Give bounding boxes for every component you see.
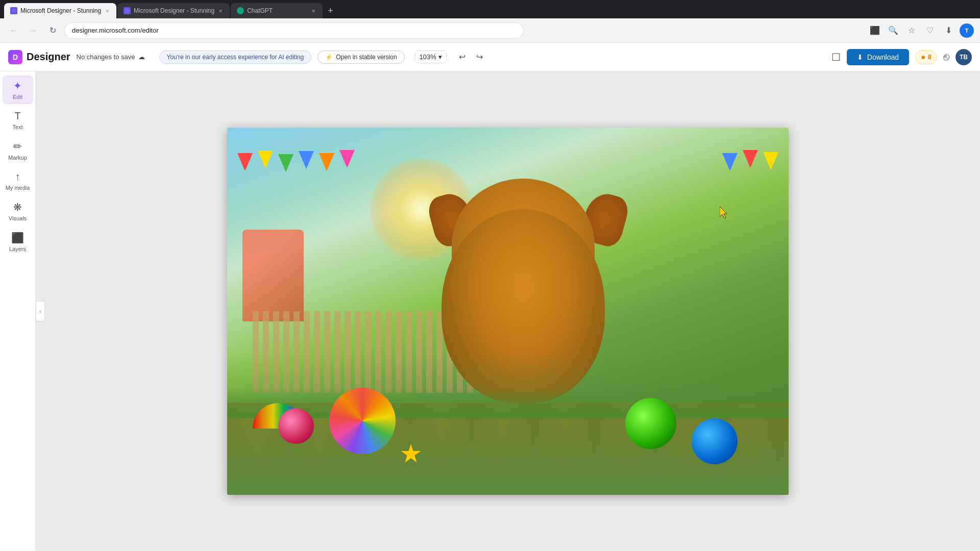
open-stable-button[interactable]: ⚡ Open in stable version — [317, 51, 404, 64]
redo-button[interactable]: ↪ — [472, 49, 487, 65]
toys-area — [227, 352, 789, 495]
sidebar-label-text: Text — [12, 124, 22, 130]
tab-title-1: Microsoft Designer - Stunning — [20, 7, 101, 14]
sidebar-label-my-media: My media — [6, 185, 30, 191]
tab-favicon-1 — [10, 7, 17, 14]
undo-button[interactable]: ↩ — [455, 49, 470, 65]
sidebar-item-edit[interactable]: ✦ Edit — [3, 76, 33, 104]
open-stable-icon: ⚡ — [325, 54, 333, 61]
bunting-right — [687, 148, 789, 179]
open-stable-label: Open in stable version — [336, 54, 397, 61]
extensions-icon[interactable]: ⬛ — [868, 23, 882, 38]
undo-redo-controls: ↩ ↪ — [455, 49, 487, 65]
early-access-text: You're in our early access experience fo… — [167, 54, 304, 61]
new-tab-button[interactable]: + — [324, 4, 337, 18]
flag-r2 — [743, 150, 758, 168]
share-icon[interactable]: ⎋ — [943, 51, 949, 63]
browser-download-icon[interactable]: ⬇ — [941, 23, 955, 38]
download-button[interactable]: ⬇ Download — [847, 49, 909, 65]
flag-r3 — [722, 153, 738, 171]
user-avatar[interactable]: TB — [955, 49, 972, 65]
nav-back-button[interactable]: ← — [6, 23, 21, 38]
canvas-image — [227, 128, 789, 495]
blue-ball-toy — [692, 418, 738, 464]
flag-r1 — [763, 152, 778, 170]
sidebar-item-visuals[interactable]: ❋ Visuals — [3, 197, 33, 226]
nav-forward-button[interactable]: → — [26, 23, 41, 38]
logo-initial: D — [13, 53, 18, 61]
flag-3 — [278, 154, 293, 172]
device-preview-icon[interactable]: ☐ — [831, 51, 841, 63]
flag-4 — [299, 151, 314, 169]
bunting-left — [227, 148, 380, 179]
pink-ball-toy — [278, 408, 314, 444]
tab-favicon-2 — [124, 7, 131, 14]
header-right: ☐ ⬇ Download ● 8 ⎋ TB — [831, 49, 972, 65]
flag-2 — [258, 151, 273, 168]
app-header: D Designer No changes to save ☁ You're i… — [0, 43, 980, 71]
designer-logo-icon: D — [8, 50, 22, 64]
tab-bar: Microsoft Designer - Stunning ✕ Microsof… — [4, 0, 337, 18]
pinwheel-toy — [329, 388, 396, 454]
tab-2[interactable]: Microsoft Designer - Stunning ✕ — [117, 3, 230, 18]
sidebar-label-layers: Layers — [9, 246, 26, 252]
designer-logo: D Designer — [8, 50, 70, 64]
browser-profile-avatar[interactable]: T — [960, 23, 974, 38]
coin-badge: ● 8 — [915, 50, 937, 64]
nav-refresh-button[interactable]: ↻ — [45, 23, 60, 38]
visuals-icon: ❋ — [13, 201, 22, 213]
early-access-banner: You're in our early access experience fo… — [159, 51, 312, 64]
sidebar-label-edit: Edit — [13, 94, 22, 100]
sidebar-item-text[interactable]: T Text — [3, 106, 33, 134]
address-text: designer.microsoft.com/editor — [72, 27, 159, 34]
save-text: No changes to save — [77, 53, 135, 61]
search-browser-icon[interactable]: 🔍 — [886, 23, 900, 38]
save-status: No changes to save ☁ — [77, 53, 145, 61]
edit-icon: ✦ — [13, 80, 22, 92]
bookmark-icon[interactable]: ☆ — [904, 23, 919, 38]
flag-1 — [237, 153, 253, 171]
tab-1[interactable]: Microsoft Designer - Stunning ✕ — [4, 3, 116, 18]
browser-icons: ⬛ 🔍 ☆ ♡ ⬇ T — [868, 23, 974, 38]
coin-count: 8 — [928, 53, 932, 61]
collapse-icon: ‹ — [39, 309, 41, 314]
sidebar-item-my-media[interactable]: ↑ My media — [3, 167, 33, 195]
sidebar-item-markup[interactable]: ✏ Markup — [3, 136, 33, 165]
star-toy — [401, 444, 421, 464]
text-icon: T — [14, 110, 20, 122]
markup-icon: ✏ — [13, 140, 22, 153]
canvas-collapse-button[interactable]: ‹ — [36, 301, 45, 321]
tab-3[interactable]: ChatGPT ✕ — [231, 3, 323, 18]
main-content: ✦ Edit T Text ✏ Markup ↑ My media ❋ Visu… — [0, 71, 980, 551]
favorites-icon[interactable]: ♡ — [923, 23, 937, 38]
tab-close-1[interactable]: ✕ — [104, 7, 110, 15]
address-bar-row: ← → ↻ designer.microsoft.com/editor ⬛ 🔍 … — [0, 18, 980, 43]
user-initials: TB — [960, 54, 968, 61]
browser-chrome: Microsoft Designer - Stunning ✕ Microsof… — [0, 0, 980, 18]
mouse-cursor — [720, 207, 730, 219]
tab-title-3: ChatGPT — [247, 7, 307, 14]
slide-background — [242, 230, 304, 321]
sidebar-label-markup: Markup — [8, 155, 27, 161]
tab-title-2: Microsoft Designer - Stunning — [134, 7, 214, 14]
save-cloud-icon: ☁ — [138, 53, 145, 61]
zoom-dropdown-icon: ▾ — [438, 53, 442, 61]
download-btn-icon: ⬇ — [857, 53, 863, 61]
flag-6 — [339, 150, 355, 168]
flag-5 — [319, 153, 334, 171]
zoom-control[interactable]: 103% ▾ — [415, 51, 447, 63]
tab-close-2[interactable]: ✕ — [217, 7, 224, 15]
my-media-icon: ↑ — [15, 171, 20, 183]
address-field[interactable]: designer.microsoft.com/editor — [64, 22, 524, 39]
app-name: Designer — [27, 51, 70, 63]
zoom-level: 103% — [420, 53, 436, 61]
sidebar-item-layers[interactable]: ⬛ Layers — [3, 228, 33, 256]
svg-marker-0 — [720, 207, 727, 218]
coin-icon: ● — [921, 53, 926, 62]
canvas-area[interactable]: ‹ — [36, 71, 980, 551]
tab-favicon-3 — [237, 7, 244, 14]
tab-close-3[interactable]: ✕ — [310, 7, 316, 15]
app: D Designer No changes to save ☁ You're i… — [0, 43, 980, 551]
download-btn-label: Download — [867, 53, 899, 61]
sidebar-label-visuals: Visuals — [9, 215, 27, 221]
